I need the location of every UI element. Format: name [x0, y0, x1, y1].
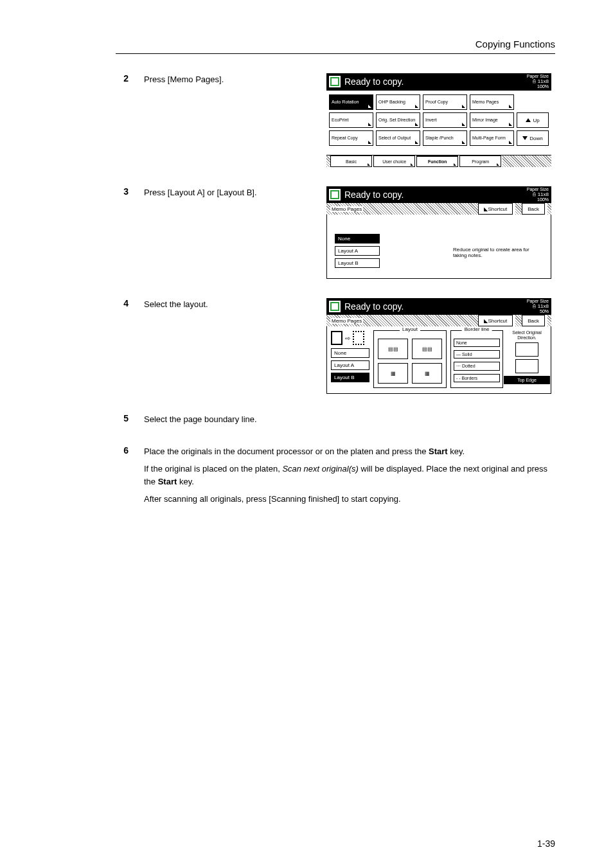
- triangle-down-icon: [522, 136, 528, 140]
- paper-size-value: 11x8: [538, 303, 549, 309]
- option-layout-a[interactable]: Layout A: [335, 246, 380, 256]
- copy-icon: [329, 76, 341, 87]
- screen-title: Ready to copy.: [344, 301, 527, 312]
- fn-auto-rotation[interactable]: Auto Rotation: [329, 94, 373, 110]
- fn-proof-copy[interactable]: Proof Copy: [423, 94, 467, 110]
- option-none[interactable]: None: [331, 348, 369, 358]
- fn-select-output[interactable]: Select of Output: [376, 130, 420, 146]
- step-number: 3: [116, 186, 129, 197]
- border-borders[interactable]: - - Borders: [454, 374, 500, 382]
- fn-memo-pages[interactable]: Memo Pages: [470, 94, 514, 110]
- step-text: Select the page boundary line.: [144, 413, 555, 426]
- screen-title: Ready to copy.: [344, 190, 527, 200]
- fn-ecoprint[interactable]: EcoPrint: [329, 112, 373, 128]
- fn-mirror-image[interactable]: Mirror Image: [470, 112, 514, 128]
- fn-multi-page-form[interactable]: Multi-Page Form: [470, 130, 514, 146]
- option-layout-b[interactable]: Layout B: [331, 373, 369, 382]
- step-number: 6: [116, 445, 129, 456]
- layout-preview: ⇨: [331, 330, 369, 346]
- fn-staple-punch[interactable]: Staple /Punch: [423, 130, 467, 146]
- tab-basic[interactable]: Basic: [330, 155, 372, 167]
- option-layout-a[interactable]: Layout A: [331, 360, 369, 370]
- tab-program[interactable]: Program: [459, 155, 501, 167]
- lcd-screen-1: Ready to copy. Paper Size ⎙ 11x8 100% Au…: [326, 73, 551, 167]
- orig-direction-hint: Select Original Direction.: [507, 330, 547, 340]
- fn-invert[interactable]: Invert: [423, 112, 467, 128]
- back-button[interactable]: Back: [522, 203, 545, 215]
- step-number: 5: [116, 413, 129, 423]
- fn-repeat-copy[interactable]: Repeat Copy: [329, 130, 373, 146]
- border-solid[interactable]: — Solid: [454, 350, 500, 359]
- copy-icon: [329, 189, 341, 200]
- header-title: Copying Functions: [475, 39, 555, 49]
- step-number: 4: [116, 298, 129, 308]
- tab-user-choice[interactable]: User choice: [373, 155, 415, 167]
- layout-choice-3[interactable]: ▦: [378, 363, 408, 384]
- option-none[interactable]: None: [335, 234, 380, 244]
- triangle-up-icon: [526, 118, 531, 122]
- lcd-screen-2: Ready to copy. Paper Size ⎙ 11x8 100% Me…: [326, 186, 551, 279]
- step-text: Place the originals in the document proc…: [144, 445, 555, 506]
- layout-choice-2[interactable]: ▤▤: [412, 339, 442, 359]
- zoom-value: 100%: [527, 197, 549, 202]
- paper-size-value: 11x8: [538, 78, 549, 84]
- tab-function[interactable]: Function: [416, 155, 458, 167]
- border-none[interactable]: None: [454, 339, 500, 347]
- hint-text: Reduce original to create area for takin…: [453, 247, 543, 258]
- layout-choice-4[interactable]: ▦: [412, 363, 442, 384]
- zoom-value: 50%: [527, 309, 549, 314]
- lcd-screen-3: Ready to copy. Paper Size ⎙ 11x8 50% Mem…: [326, 298, 551, 394]
- shortcut-button[interactable]: ◣ Shortcut: [478, 315, 513, 326]
- paper-icon: ⎙: [533, 78, 537, 84]
- step-text: Press [Memo Pages].: [144, 73, 311, 86]
- layout-caption: Layout: [400, 326, 420, 332]
- paper-size-value: 11x8: [538, 191, 549, 197]
- breadcrumb: Memo Pages: [326, 315, 478, 326]
- orientation-icon-top: [515, 342, 538, 357]
- page-header: Copying Functions: [116, 39, 555, 54]
- border-caption: Border line: [462, 326, 492, 332]
- down-button[interactable]: Down: [517, 130, 549, 146]
- breadcrumb: Memo Pages: [326, 203, 478, 215]
- up-button[interactable]: Up: [517, 112, 549, 128]
- fn-orig-set-direction[interactable]: Orig. Set Direction: [376, 112, 420, 128]
- back-button[interactable]: Back: [522, 315, 545, 326]
- page-number: 1-39: [537, 838, 555, 849]
- step-text: Select the layout.: [144, 298, 311, 311]
- paper-icon: ⎙: [533, 191, 537, 197]
- option-layout-b[interactable]: Layout B: [335, 258, 380, 268]
- zoom-value: 100%: [527, 84, 549, 89]
- step-text: Press [Layout A] or [Layout B].: [144, 186, 311, 199]
- orientation-icon-left: [515, 359, 538, 373]
- screen-title: Ready to copy.: [344, 76, 527, 87]
- fn-ohp-backing[interactable]: OHP Backing: [376, 94, 420, 110]
- layout-choice-1[interactable]: ▤▤: [378, 339, 408, 359]
- paper-icon: ⎙: [533, 303, 537, 309]
- border-dotted[interactable]: ⋯ Dotted: [454, 362, 500, 371]
- shortcut-button[interactable]: ◣ Shortcut: [478, 203, 513, 215]
- step-number: 2: [116, 73, 129, 84]
- copy-icon: [329, 301, 341, 312]
- top-edge-button[interactable]: Top Edge: [504, 376, 550, 384]
